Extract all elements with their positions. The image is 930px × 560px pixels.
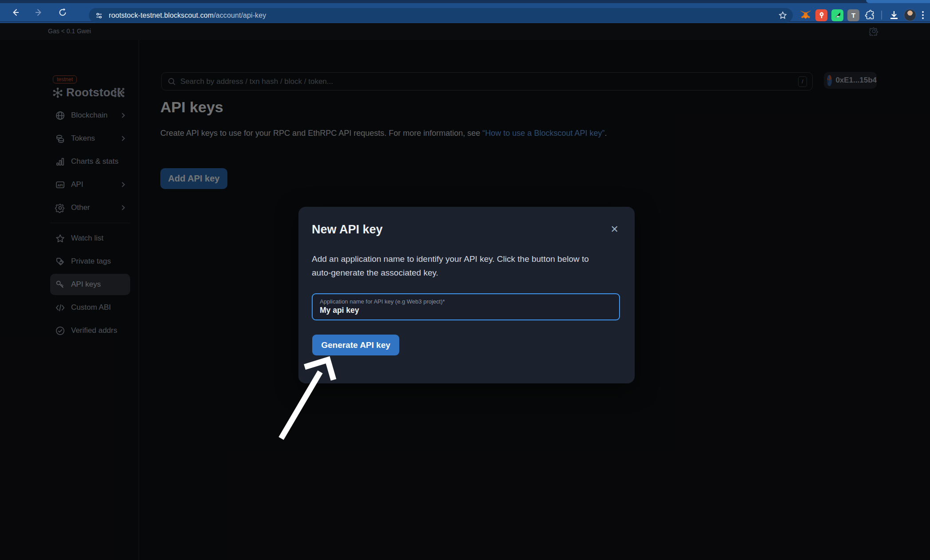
- site-settings-icon[interactable]: [95, 12, 103, 20]
- back-arrow-icon: [11, 8, 20, 17]
- extensions-puzzle-icon[interactable]: [863, 9, 875, 21]
- new-api-key-modal: New API key ✕ Add an application name to…: [298, 207, 635, 383]
- modal-description: Add an application name to identify your…: [312, 252, 600, 280]
- metamask-extension-icon[interactable]: [799, 9, 811, 21]
- browser-forward-button[interactable]: [31, 5, 46, 20]
- modal-title: New API key: [312, 223, 383, 237]
- red-extension-icon[interactable]: [815, 9, 827, 21]
- application-name-label: Application name for API key (e.g Web3 p…: [320, 298, 445, 305]
- url-domain: rootstock-testnet.blockscout.com: [109, 12, 214, 19]
- downloads-icon[interactable]: [888, 9, 900, 21]
- forward-arrow-icon: [34, 8, 43, 17]
- t-extension-icon[interactable]: T: [847, 9, 859, 21]
- blockscout-app: Gas < 0.1 Gwei testnet Rootstock Blockch…: [0, 23, 930, 560]
- browser-toolbar: rootstock-testnet.blockscout.com/account…: [0, 3, 930, 22]
- browser-url-bar[interactable]: rootstock-testnet.blockscout.com/account…: [89, 8, 793, 23]
- reload-icon: [58, 8, 67, 17]
- browser-extensions: T: [799, 7, 926, 23]
- close-icon[interactable]: ✕: [611, 225, 619, 234]
- browser-profile-avatar[interactable]: [904, 9, 916, 21]
- t-extension-label: T: [851, 12, 855, 19]
- url-text[interactable]: rootstock-testnet.blockscout.com/account…: [109, 12, 266, 20]
- browser-chrome: rootstock-testnet.blockscout.com/account…: [0, 0, 930, 23]
- green-extension-icon[interactable]: [831, 9, 843, 21]
- url-path: /account/api-key: [214, 12, 266, 19]
- browser-back-button[interactable]: [8, 5, 23, 20]
- tabstrip-highlight: [866, 0, 930, 3]
- generate-api-key-button[interactable]: Generate API key: [312, 335, 399, 355]
- browser-tabstrip: [0, 0, 930, 3]
- bookmark-star-icon[interactable]: [778, 11, 787, 20]
- browser-menu-icon[interactable]: [922, 11, 924, 19]
- toolbar-separator: [881, 11, 882, 20]
- browser-reload-button[interactable]: [55, 5, 70, 20]
- application-name-field[interactable]: Application name for API key (e.g Web3 p…: [312, 293, 620, 320]
- application-name-input[interactable]: [320, 306, 608, 315]
